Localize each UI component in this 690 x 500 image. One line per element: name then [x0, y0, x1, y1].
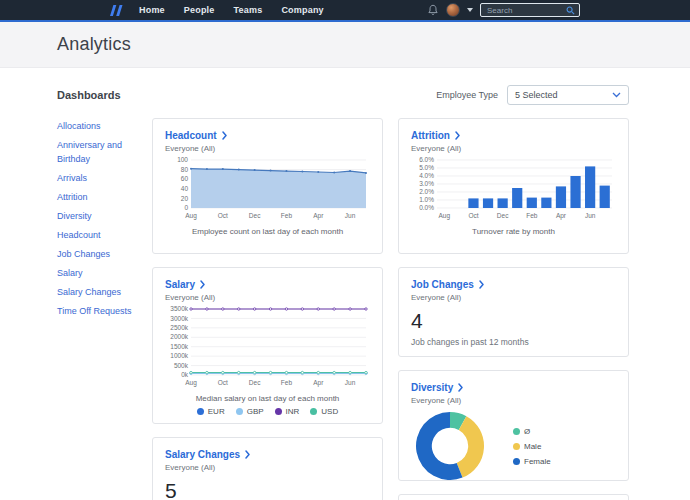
dashboards-heading: Dashboards: [57, 89, 121, 101]
top-navbar: Home People Teams Company: [0, 0, 690, 20]
nav-item-people[interactable]: People: [184, 5, 215, 15]
svg-text:3000k: 3000k: [170, 315, 188, 322]
svg-text:Oct: Oct: [218, 379, 228, 386]
sidebar-item-diversity[interactable]: Diversity: [57, 211, 92, 221]
sidebar-item-time-off-requests[interactable]: Time Off Requests: [57, 306, 132, 316]
svg-text:20: 20: [181, 195, 189, 202]
page-title: Analytics: [57, 34, 131, 55]
search-input[interactable]: [485, 5, 566, 16]
svg-text:Dec: Dec: [249, 212, 261, 219]
svg-text:1500k: 1500k: [170, 343, 188, 350]
svg-text:Jun: Jun: [345, 379, 356, 386]
sidebar-item-arrivals[interactable]: Arrivals: [57, 173, 87, 183]
nav-item-home[interactable]: Home: [139, 5, 165, 15]
svg-text:6.0%: 6.0%: [419, 156, 434, 163]
svg-text:2500k: 2500k: [170, 324, 188, 331]
headcount-card-subtitle: Everyone (All): [165, 144, 370, 153]
salary-changes-card: Salary Changes Everyone (All) 5: [152, 437, 383, 500]
svg-text:Apr: Apr: [556, 212, 567, 220]
svg-text:1000k: 1000k: [170, 352, 188, 359]
salary-changes-card-subtitle: Everyone (All): [165, 463, 370, 472]
chevron-right-icon: [458, 383, 463, 392]
svg-text:0k: 0k: [181, 371, 189, 378]
nav-item-teams[interactable]: Teams: [234, 5, 263, 15]
job-changes-card-title-link[interactable]: Job Changes: [411, 279, 616, 290]
chevron-right-icon: [245, 450, 250, 459]
user-avatar[interactable]: [446, 3, 460, 17]
global-search[interactable]: [480, 3, 580, 17]
salary-card-subtitle: Everyone (All): [165, 293, 370, 302]
attrition-card-title-link[interactable]: Attrition: [411, 130, 616, 141]
salary-chart-caption: Median salary on last day of each month: [165, 394, 370, 403]
legend-item-gbp: GBP: [236, 407, 264, 416]
attrition-card-subtitle: Everyone (All): [411, 144, 616, 153]
job-changes-caption: Job changes in past 12 months: [411, 337, 616, 347]
headcount-card-title-link[interactable]: Headcount: [165, 130, 370, 141]
diversity-card: Diversity Everyone (All) ØMaleFemale: [398, 370, 629, 481]
svg-text:2.0%: 2.0%: [419, 188, 434, 195]
svg-text:Jun: Jun: [345, 212, 356, 219]
sidebar-item-salary[interactable]: Salary: [57, 268, 83, 278]
attrition-chart-caption: Turnover rate by month: [411, 227, 616, 236]
svg-text:Dec: Dec: [249, 379, 261, 386]
svg-text:80: 80: [181, 166, 189, 173]
sidebar-item-attrition[interactable]: Attrition: [57, 192, 88, 202]
svg-text:Aug: Aug: [185, 379, 197, 387]
svg-text:Oct: Oct: [468, 212, 478, 219]
diversity-donut-chart: [415, 411, 485, 481]
svg-text:Aug: Aug: [439, 212, 451, 220]
headcount-chart-caption: Employee count on last day of each month: [165, 227, 370, 236]
legend-item-ø: Ø: [513, 427, 551, 436]
svg-text:3500k: 3500k: [170, 305, 188, 312]
svg-text:3.0%: 3.0%: [419, 180, 434, 187]
legend-item-usd: USD: [310, 407, 338, 416]
employee-type-select[interactable]: 5 Selected: [507, 85, 629, 105]
chevron-right-icon: [479, 280, 484, 289]
svg-text:5.0%: 5.0%: [419, 164, 434, 171]
sidebar-item-allocations[interactable]: Allocations: [57, 121, 101, 131]
employee-type-value: 5 Selected: [515, 90, 558, 100]
svg-text:Feb: Feb: [526, 212, 538, 219]
svg-text:Feb: Feb: [281, 212, 293, 219]
svg-text:Jun: Jun: [585, 212, 596, 219]
page-header: Analytics: [0, 22, 690, 68]
notifications-bell-icon[interactable]: [427, 4, 439, 16]
svg-text:0: 0: [184, 204, 188, 211]
sidebar-item-anniversary-and-birthday[interactable]: Anniversary and Birthday: [57, 140, 122, 164]
sidebar-item-job-changes[interactable]: Job Changes: [57, 249, 110, 259]
search-icon: [566, 6, 575, 15]
salary-changes-value: 5: [165, 479, 370, 500]
sidebar-item-headcount[interactable]: Headcount: [57, 230, 101, 240]
namely-logo-icon[interactable]: [108, 4, 125, 17]
avatar-caret-down-icon[interactable]: [467, 8, 473, 12]
chevron-right-icon: [200, 280, 205, 289]
chevron-down-icon: [612, 92, 621, 98]
svg-text:4.0%: 4.0%: [419, 172, 434, 179]
nav-item-company[interactable]: Company: [281, 5, 323, 15]
svg-text:2000k: 2000k: [170, 333, 188, 340]
svg-text:1.0%: 1.0%: [419, 196, 434, 203]
sidebar-item-salary-changes[interactable]: Salary Changes: [57, 287, 121, 297]
svg-text:Aug: Aug: [185, 212, 197, 220]
diversity-card-subtitle: Everyone (All): [411, 396, 616, 405]
salary-chart: 0k500k1000k1500k2000k2500k3000k3500kAugO…: [165, 305, 370, 393]
headcount-card: Headcount Everyone (All) 020406080100Aug…: [152, 118, 383, 254]
salary-card-title-link[interactable]: Salary: [165, 279, 370, 290]
chevron-right-icon: [222, 131, 227, 140]
chevron-right-icon: [455, 131, 460, 140]
legend-item-female: Female: [513, 457, 551, 466]
job-changes-value: 4: [411, 309, 616, 333]
diversity-card-title-link[interactable]: Diversity: [411, 382, 616, 393]
job-changes-card: Job Changes Everyone (All) 4 Job changes…: [398, 267, 629, 357]
svg-text:Apr: Apr: [313, 379, 324, 387]
salary-changes-card-title-link[interactable]: Salary Changes: [165, 449, 370, 460]
svg-text:Oct: Oct: [218, 212, 228, 219]
attrition-card: Attrition Everyone (All) 0.0%1.0%2.0%3.0…: [398, 118, 629, 254]
svg-text:60: 60: [181, 175, 189, 182]
attrition-chart: 0.0%1.0%2.0%3.0%4.0%5.0%6.0%AugOctDecFeb…: [411, 156, 616, 226]
employee-type-label: Employee Type: [436, 90, 498, 100]
legend-item-inr: INR: [275, 407, 300, 416]
diversity-chart-legend: ØMaleFemale: [513, 427, 551, 466]
legend-item-eur: EUR: [197, 407, 225, 416]
salary-card: Salary Everyone (All) 0k500k1000k1500k20…: [152, 267, 383, 424]
